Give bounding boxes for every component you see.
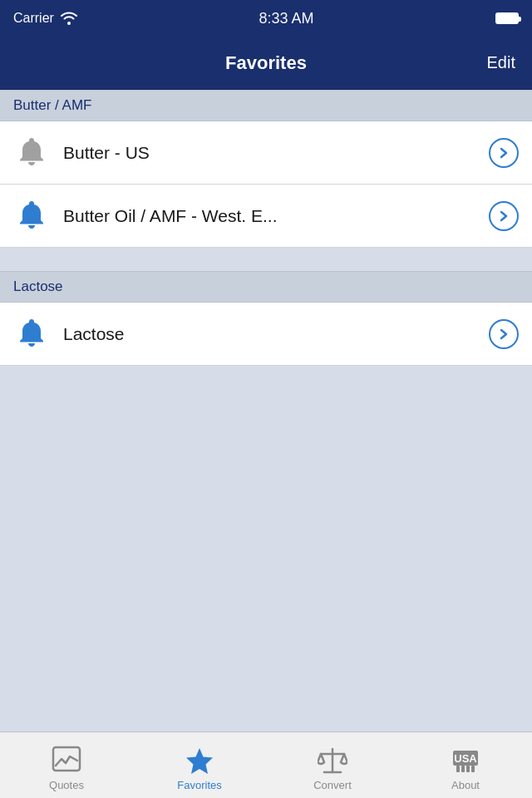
status-left: Carrier <box>13 11 77 26</box>
wifi-icon <box>61 12 77 25</box>
list-item-butter-us[interactable]: Butter - US <box>0 121 532 185</box>
section-space-1 <box>0 248 532 271</box>
section-header-butter: Butter / AMF <box>0 90 532 121</box>
status-bar: Carrier 8:33 AM <box>0 0 532 37</box>
tab-favorites[interactable]: Favorites <box>133 739 266 791</box>
list-item-butter-oil[interactable]: Butter Oil / AMF - West. E... <box>0 185 532 248</box>
status-right <box>495 12 519 24</box>
bell-icon-gray <box>13 135 50 171</box>
tab-convert[interactable]: Convert <box>266 739 399 791</box>
nav-bar: Favorites Edit <box>0 37 532 90</box>
carrier-label: Carrier <box>13 11 54 26</box>
tab-bar: Quotes Favorites Convert <box>0 732 532 798</box>
battery-icon <box>495 12 519 24</box>
list-item-lactose[interactable]: Lactose <box>0 303 532 366</box>
tab-about[interactable]: USA About <box>399 739 532 791</box>
item-label-lactose: Lactose <box>63 324 489 344</box>
star-icon <box>185 746 214 776</box>
svg-rect-7 <box>456 766 460 772</box>
chevron-button-lactose[interactable] <box>489 319 519 349</box>
status-time: 8:33 AM <box>259 10 313 27</box>
tab-label-about: About <box>451 779 480 791</box>
item-label-butter-us: Butter - US <box>63 143 489 163</box>
chevron-button-butter-oil[interactable] <box>489 201 519 231</box>
svg-rect-8 <box>461 766 465 772</box>
item-label-butter-oil: Butter Oil / AMF - West. E... <box>63 206 489 226</box>
nav-title: Favorites <box>58 52 474 74</box>
tab-label-favorites: Favorites <box>177 779 221 791</box>
section-header-lactose: Lactose <box>0 271 532 303</box>
bell-icon-blue-1 <box>13 198 50 234</box>
tab-label-quotes: Quotes <box>49 779 84 791</box>
about-icon: USA <box>451 746 480 776</box>
convert-icon <box>318 746 347 776</box>
chevron-button-butter-us[interactable] <box>489 138 519 168</box>
bell-icon-blue-2 <box>13 316 50 352</box>
tab-quotes[interactable]: Quotes <box>0 739 133 791</box>
svg-rect-9 <box>466 766 470 772</box>
svg-rect-10 <box>471 766 475 772</box>
svg-text:USA: USA <box>454 752 477 765</box>
content-area: Butter / AMF Butter - US Butter Oil / AM… <box>0 90 532 732</box>
quotes-icon <box>52 746 81 776</box>
tab-label-convert: Convert <box>313 779 352 791</box>
edit-button[interactable]: Edit <box>474 53 515 72</box>
svg-marker-1 <box>186 748 213 774</box>
